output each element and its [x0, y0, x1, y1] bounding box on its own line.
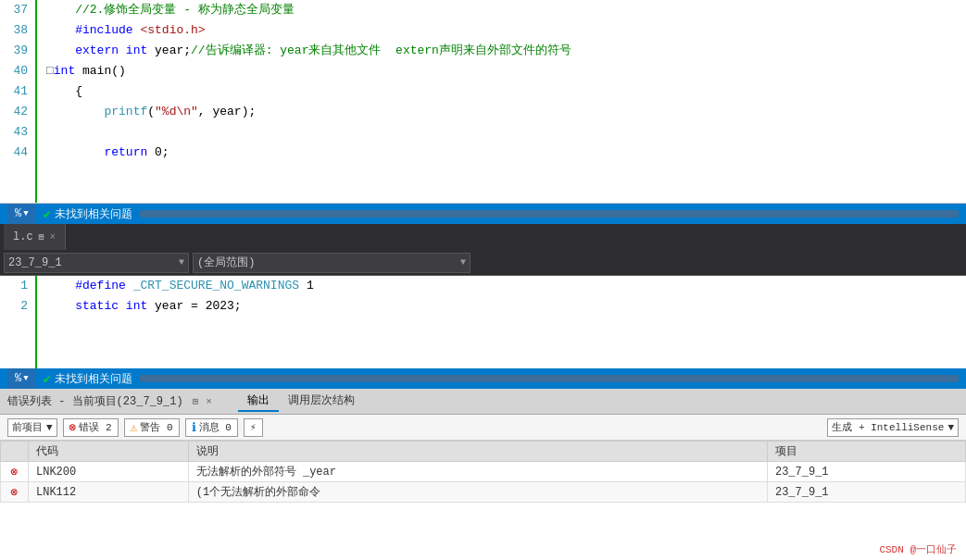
line-num-2: 2: [7, 296, 28, 317]
code-line-1: #define _CRT_SECURE_NO_WARNINGS 1: [46, 276, 966, 296]
line-num-39: 39: [7, 41, 28, 61]
warning-icon: ⚠: [131, 420, 138, 435]
chevron-down-icon-left: ▼: [179, 257, 184, 268]
code-line-42: printf("%d\n", year);: [46, 102, 966, 122]
code-line-43: [46, 122, 966, 143]
editor-bottom: 1 2 #define _CRT_SECURE_NO_WARNINGS 1 st…: [0, 276, 966, 368]
tab-pin-icon: ⊞: [39, 231, 44, 243]
chevron-down-icon-build: ▼: [947, 422, 954, 433]
line-num-37: 37: [7, 0, 28, 20]
scope-dropdown-left[interactable]: 23_7_9_1 ▼: [4, 253, 189, 273]
row-project-2: 23_7_9_1: [767, 482, 965, 503]
panel-title: 错误列表 - 当前项目(23_7_9_1) ⊞ ×: [7, 393, 212, 409]
error-filter-btn[interactable]: ⊗ 错误 2: [63, 418, 119, 437]
panel-tabs: 输出 调用层次结构: [238, 391, 364, 412]
warning-filter-btn[interactable]: ⚠ 警告 0: [124, 418, 180, 437]
line-num-1: 1: [7, 276, 28, 296]
status-bar-bottom: % ▼ ✔ 未找到相关问题: [0, 368, 966, 389]
panel-close-btn[interactable]: ×: [206, 396, 212, 407]
tab-callstack[interactable]: 调用层次结构: [279, 391, 364, 412]
scrollbar-top[interactable]: [140, 210, 959, 218]
info-filter-btn[interactable]: ℹ 消息 0: [185, 418, 238, 437]
scrollbar-bottom[interactable]: [140, 375, 959, 382]
tab-filename: l.c: [13, 230, 33, 243]
row-error-icon-1: ⊗: [1, 462, 29, 482]
row-code-1: LNK200: [29, 462, 189, 482]
error-icon: ⊗: [69, 420, 77, 435]
col-header-project: 项目: [767, 442, 965, 462]
error-toolbar: 前项目 ▼ ⊗ 错误 2 ⚠ 警告 0 ℹ 消息 0 ⚡ 生成 + Intell…: [0, 415, 966, 441]
dropdown-bar: 23_7_9_1 ▼ (全局范围) ▼: [0, 250, 966, 276]
col-header-empty: [1, 442, 29, 462]
table-row[interactable]: ⊗ LNK112 (1个无法解析的外部命令 23_7_9_1: [1, 482, 966, 503]
code-lines-top: //2.修饰全局变量 - 称为静态全局变量 #include <stdio.h>…: [37, 0, 966, 203]
code-lines-bottom: #define _CRT_SECURE_NO_WARNINGS 1 static…: [37, 276, 966, 368]
status-bar-top: % ▼ ✔ 未找到相关问题: [0, 204, 966, 224]
file-tab[interactable]: l.c ⊞ ×: [4, 224, 66, 250]
error-table: 代码 说明 项目 ⊗ LNK200 无法解析的外部符号 _year 23_7_9…: [0, 441, 966, 503]
code-line-41: {: [46, 81, 966, 102]
no-problems-bottom: ✔ 未找到相关问题: [44, 371, 132, 387]
code-line-39: extern int year;//告诉编译器: year来自其他文件 exte…: [46, 41, 966, 61]
line-num-38: 38: [7, 20, 28, 41]
build-dropdown[interactable]: 生成 + IntelliSense ▼: [827, 418, 959, 437]
filter-icon: ⚡: [250, 421, 257, 433]
csdn-watermark: CSDN @一口仙子: [879, 542, 957, 556]
check-icon-top: ✔: [44, 206, 51, 222]
code-line-44: return 0;: [46, 143, 966, 163]
editor-top: 37 38 39 40 41 42 43 44 //2.修饰全局变量 - 称为静…: [0, 0, 966, 204]
scope-select[interactable]: 前项目 ▼: [7, 418, 57, 437]
filter-btn[interactable]: ⚡: [244, 418, 263, 437]
row-error-icon-2: ⊗: [1, 482, 29, 503]
error-table-container: 代码 说明 项目 ⊗ LNK200 无法解析的外部符号 _year 23_7_9…: [0, 441, 966, 503]
tab-close-btn[interactable]: ×: [50, 232, 56, 243]
line-num-41: 41: [7, 81, 28, 102]
error-list-label: 错误列表 - 当前项目(23_7_9_1): [7, 393, 183, 409]
col-header-desc: 说明: [188, 442, 767, 462]
chevron-down-icon-scope: ▼: [46, 422, 53, 433]
percent-btn-bottom[interactable]: % ▼: [7, 368, 36, 389]
col-header-code: 代码: [29, 442, 189, 462]
code-line-40: □int main(): [46, 61, 966, 81]
line-numbers-top: 37 38 39 40 41 42 43 44: [0, 0, 37, 203]
line-num-44: 44: [7, 143, 28, 163]
line-num-43: 43: [7, 122, 28, 143]
build-select[interactable]: 生成 + IntelliSense ▼: [827, 418, 959, 437]
check-icon-bottom: ✔: [44, 371, 51, 387]
percent-btn-top[interactable]: % ▼: [7, 204, 36, 224]
row-project-1: 23_7_9_1: [767, 462, 965, 482]
code-line-38: #include <stdio.h>: [46, 20, 966, 41]
line-num-42: 42: [7, 102, 28, 122]
chevron-down-icon-right: ▼: [460, 257, 466, 268]
tab-bar: l.c ⊞ ×: [0, 224, 966, 250]
row-code-2: LNK112: [29, 482, 189, 503]
scope-dropdown-right[interactable]: (全局范围) ▼: [193, 253, 470, 273]
code-line-37: //2.修饰全局变量 - 称为静态全局变量: [46, 0, 966, 20]
line-num-40: 40: [7, 61, 28, 81]
line-numbers-bottom: 1 2: [0, 276, 37, 368]
row-desc-2: (1个无法解析的外部命令: [188, 482, 767, 503]
pin-icon[interactable]: ⊞: [193, 395, 199, 407]
tab-output[interactable]: 输出: [238, 391, 279, 412]
table-row[interactable]: ⊗ LNK200 无法解析的外部符号 _year 23_7_9_1: [1, 462, 966, 482]
row-desc-1: 无法解析的外部符号 _year: [188, 462, 767, 482]
error-panel-header: 错误列表 - 当前项目(23_7_9_1) ⊞ × 输出 调用层次结构: [0, 389, 966, 415]
no-problems-top: ✔ 未找到相关问题: [44, 206, 132, 222]
info-icon: ℹ: [192, 420, 196, 435]
table-header-row: 代码 说明 项目: [1, 442, 966, 462]
code-line-2: static int year = 2023;: [46, 296, 966, 317]
